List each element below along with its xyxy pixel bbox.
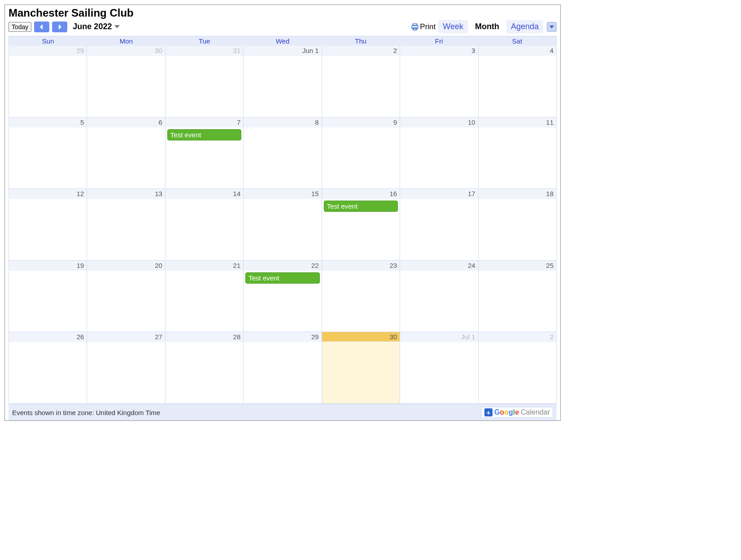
day-of-week-label: Mon [87, 36, 165, 46]
calendar-day-cell[interactable]: 16Test event [322, 189, 400, 261]
tab-agenda[interactable]: Agenda [506, 20, 543, 33]
calendar-day-cell[interactable]: 25 [479, 261, 557, 332]
calendar-day-cell[interactable]: 29 [9, 46, 87, 118]
date-number: 10 [400, 118, 478, 127]
date-number: 6 [87, 118, 165, 127]
dropdown-icon [549, 26, 554, 28]
calendar-day-cell[interactable]: 5 [9, 118, 87, 189]
calendar-day-cell[interactable]: 7Test event [166, 118, 244, 189]
print-button[interactable]: Print [411, 22, 436, 31]
calendar-day-cell[interactable]: 15 [244, 189, 322, 261]
svg-marker-0 [40, 24, 43, 30]
day-of-week-header: SunMonTueWedThuFriSat [9, 36, 557, 46]
calendar-day-cell[interactable]: 2 [479, 332, 557, 404]
date-number: 16 [322, 189, 400, 199]
calendar-day-cell[interactable]: 12 [9, 189, 87, 261]
calendar-event[interactable]: Test event [324, 201, 398, 212]
add-to-google-calendar-button[interactable]: + Google Calendar [481, 407, 553, 418]
calendar-day-cell[interactable]: 21 [166, 261, 244, 332]
calendar-footer: Events shown in time zone: United Kingdo… [9, 404, 557, 420]
calendar-day-cell[interactable]: 22Test event [244, 261, 322, 332]
date-number: 22 [244, 261, 321, 271]
date-number: 8 [244, 118, 321, 127]
date-number: Jun 1 [244, 46, 321, 56]
day-of-week-label: Fri [400, 36, 478, 46]
svg-rect-3 [412, 26, 418, 29]
timezone-text: Events shown in time zone: United Kingdo… [12, 409, 160, 416]
calendar-day-cell[interactable]: 4 [479, 46, 557, 118]
date-number: 2 [479, 332, 556, 342]
date-number: 29 [9, 46, 87, 56]
calendar-day-cell[interactable]: 6 [87, 118, 165, 189]
calendar-day-cell[interactable]: 30 [322, 332, 400, 404]
date-number: 13 [87, 189, 165, 199]
calendar-day-cell[interactable]: 17 [400, 189, 478, 261]
date-number: 5 [9, 118, 87, 127]
day-of-week-label: Thu [322, 36, 400, 46]
month-picker[interactable]: June 2022 [73, 22, 120, 31]
date-number: 9 [322, 118, 400, 127]
calendar-day-cell[interactable]: 10 [400, 118, 478, 189]
calendar-day-cell[interactable]: 13 [87, 189, 165, 261]
date-number: 15 [244, 189, 321, 199]
date-number: 18 [479, 189, 556, 199]
day-of-week-label: Tue [166, 36, 244, 46]
calendar-day-cell[interactable]: Jul 1 [400, 332, 478, 404]
calendar-day-cell[interactable]: 2 [322, 46, 400, 118]
calendar-body: SunMonTueWedThuFriSat 293031Jun 1234567T… [5, 36, 560, 420]
date-number: 12 [9, 189, 87, 199]
calendar-day-cell[interactable]: 3 [400, 46, 478, 118]
printer-icon [411, 23, 419, 31]
calendar-day-cell[interactable]: 29 [244, 332, 322, 404]
date-number: 7 [166, 118, 243, 127]
more-menu-button[interactable] [547, 22, 557, 32]
calendar-frame: Manchester Sailing Club Today June 2022 … [4, 4, 561, 421]
calendar-day-cell[interactable]: 18 [479, 189, 557, 261]
prev-button[interactable] [34, 22, 49, 32]
calendar-day-cell[interactable]: 19 [9, 261, 87, 332]
tab-month[interactable]: Month [471, 20, 504, 33]
date-number: 24 [400, 261, 478, 271]
date-number: 25 [479, 261, 556, 271]
calendar-day-cell[interactable]: 26 [9, 332, 87, 404]
date-number: 27 [87, 332, 165, 342]
date-number: 30 [322, 332, 400, 342]
next-button[interactable] [52, 22, 67, 32]
date-number: 30 [87, 46, 165, 56]
date-number: 2 [322, 46, 400, 56]
calendar-day-cell[interactable]: 8 [244, 118, 322, 189]
month-label-text: June 2022 [73, 22, 112, 31]
date-number: 28 [166, 332, 243, 342]
calendar-word: Calendar [521, 408, 550, 416]
date-number: 23 [322, 261, 400, 271]
calendar-day-cell[interactable]: 24 [400, 261, 478, 332]
calendar-day-cell[interactable]: 23 [322, 261, 400, 332]
calendar-event[interactable]: Test event [245, 272, 319, 284]
calendar-event[interactable]: Test event [167, 129, 241, 140]
calendar-day-cell[interactable]: 31 [166, 46, 244, 118]
day-of-week-label: Sun [9, 36, 87, 46]
today-button[interactable]: Today [9, 22, 31, 32]
print-label: Print [420, 22, 436, 31]
calendar-day-cell[interactable]: 14 [166, 189, 244, 261]
date-number: 14 [166, 189, 243, 199]
svg-marker-1 [59, 24, 61, 30]
day-of-week-label: Wed [244, 36, 322, 46]
date-number: 11 [479, 118, 556, 127]
calendar-day-cell[interactable]: 20 [87, 261, 165, 332]
day-of-week-label: Sat [478, 36, 556, 46]
date-number: 4 [479, 46, 556, 56]
date-number: Jul 1 [400, 332, 478, 342]
date-number: 17 [400, 189, 478, 199]
google-logo-text: Google [494, 408, 519, 416]
calendar-day-cell[interactable]: 27 [87, 332, 165, 404]
tab-week[interactable]: Week [438, 20, 468, 33]
calendar-day-cell[interactable]: Jun 1 [244, 46, 322, 118]
calendar-day-cell[interactable]: 9 [322, 118, 400, 189]
calendar-grid: 293031Jun 1234567Test event8910111213141… [9, 46, 557, 404]
date-number: 29 [244, 332, 321, 342]
calendar-day-cell[interactable]: 11 [479, 118, 557, 189]
calendar-day-cell[interactable]: 28 [166, 332, 244, 404]
date-number: 20 [87, 261, 165, 271]
calendar-day-cell[interactable]: 30 [87, 46, 165, 118]
